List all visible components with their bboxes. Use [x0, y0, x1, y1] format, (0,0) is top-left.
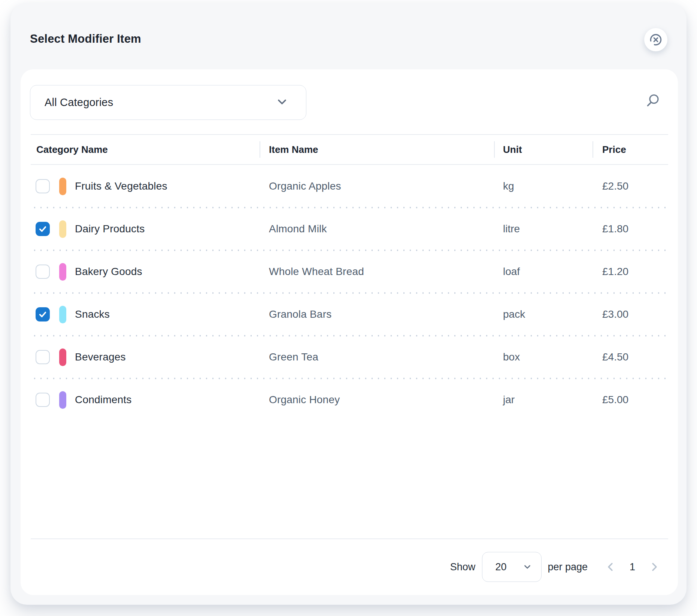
show-label: Show [450, 561, 476, 573]
category-cell: Bakery Goods [31, 263, 260, 281]
category-filter-value: All Categories [45, 96, 113, 109]
table-row: Snacks Granola Bars pack £3.00 [31, 293, 668, 336]
item-unit: pack [494, 308, 593, 320]
column-header-category-name: Category Name [31, 135, 260, 164]
modifier-items-table: Category Name Item Name Unit Price Fruit… [31, 134, 668, 421]
table-header-row: Category Name Item Name Unit Price [31, 135, 668, 165]
chevron-down-icon [275, 95, 289, 110]
chevron-down-icon [522, 562, 532, 572]
pagination-bar: Show 20 per page 1 [31, 538, 668, 595]
row-checkbox[interactable] [36, 393, 50, 407]
category-name: Bakery Goods [75, 266, 142, 278]
table-row: Condiments Organic Honey jar £5.00 [31, 378, 668, 421]
previous-page-button[interactable] [606, 561, 615, 573]
next-page-button[interactable] [649, 561, 659, 573]
modal-body-card: All Categories Category Name Item Name U… [21, 69, 678, 595]
item-name: Granola Bars [260, 308, 494, 320]
item-name: Organic Honey [260, 394, 494, 406]
item-price: £3.00 [593, 308, 668, 320]
category-color-pill [59, 178, 66, 195]
category-color-pill [59, 391, 66, 409]
category-name: Dairy Products [75, 223, 145, 235]
chevron-right-icon [650, 562, 659, 572]
item-price: £2.50 [593, 180, 668, 192]
item-name: Almond Milk [260, 223, 494, 235]
category-name: Snacks [75, 308, 110, 320]
chevron-left-icon [606, 562, 615, 572]
item-price: £1.20 [593, 266, 668, 278]
category-color-pill [59, 220, 66, 238]
category-filter-dropdown[interactable]: All Categories [30, 85, 306, 120]
category-color-pill [59, 263, 66, 281]
per-page-label: per page [548, 561, 588, 573]
column-header-unit: Unit [494, 135, 593, 164]
search-button[interactable] [645, 92, 661, 109]
close-circle-x-icon [648, 32, 664, 48]
table-body: Fruits & Vegetables Organic Apples kg £2… [31, 165, 668, 421]
table-row: Fruits & Vegetables Organic Apples kg £2… [31, 165, 668, 208]
category-cell: Fruits & Vegetables [31, 178, 260, 195]
category-cell: Dairy Products [31, 220, 260, 238]
item-unit: jar [494, 394, 593, 406]
item-unit: litre [494, 223, 593, 235]
item-price: £4.50 [593, 351, 668, 363]
item-name: Organic Apples [260, 180, 494, 192]
pager: 1 [606, 561, 659, 573]
select-modifier-modal: Select Modifier Item All Categories [10, 3, 687, 605]
category-cell: Snacks [31, 306, 260, 323]
item-unit: box [494, 351, 593, 363]
checkmark-icon [38, 224, 48, 234]
category-color-pill [59, 306, 66, 323]
current-page-number: 1 [630, 561, 635, 573]
table-row: Bakery Goods Whole Wheat Bread loaf £1.2… [31, 250, 668, 293]
category-cell: Condiments [31, 391, 260, 409]
row-checkbox[interactable] [36, 307, 50, 321]
column-header-item-name: Item Name [260, 135, 494, 164]
table-row: Beverages Green Tea box £4.50 [31, 336, 668, 378]
item-name: Green Tea [260, 351, 494, 363]
category-cell: Beverages [31, 348, 260, 366]
row-checkbox[interactable] [36, 350, 50, 364]
search-icon [645, 92, 661, 109]
modal-title: Select Modifier Item [30, 32, 141, 46]
row-checkbox[interactable] [36, 222, 50, 236]
category-name: Fruits & Vegetables [75, 180, 167, 192]
page-size-select[interactable]: 20 [482, 552, 542, 582]
close-button[interactable] [644, 28, 667, 51]
item-price: £5.00 [593, 394, 668, 406]
column-header-price: Price [593, 135, 668, 164]
checkmark-icon [38, 309, 48, 319]
category-color-pill [59, 348, 66, 366]
category-name: Condiments [75, 394, 131, 406]
item-name: Whole Wheat Bread [260, 266, 494, 278]
table-row: Dairy Products Almond Milk litre £1.80 [31, 208, 668, 250]
category-name: Beverages [75, 351, 126, 363]
item-unit: kg [494, 180, 593, 192]
item-unit: loaf [494, 266, 593, 278]
row-checkbox[interactable] [36, 265, 50, 279]
item-price: £1.80 [593, 223, 668, 235]
row-checkbox[interactable] [36, 179, 50, 193]
page-size-value: 20 [495, 561, 506, 573]
